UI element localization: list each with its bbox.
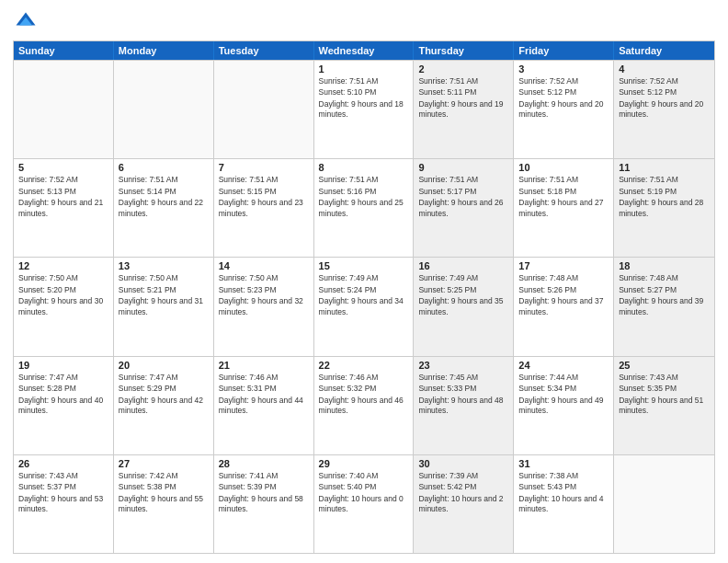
day-number: 25 <box>619 360 710 371</box>
cal-cell-0-5: 3Sunrise: 7:52 AMSunset: 5:12 PMDaylight… <box>514 61 614 158</box>
cal-cell-3-0: 19Sunrise: 7:47 AMSunset: 5:28 PMDayligh… <box>14 357 114 454</box>
cal-cell-2-0: 12Sunrise: 7:50 AMSunset: 5:20 PMDayligh… <box>14 258 114 355</box>
daylight-text: Daylight: 9 hours and 46 minutes. <box>319 396 409 417</box>
sunset-text: Sunset: 5:13 PM <box>18 187 108 197</box>
sunset-text: Sunset: 5:18 PM <box>518 187 609 197</box>
sunset-text: Sunset: 5:33 PM <box>418 384 508 394</box>
sunrise-text: Sunrise: 7:52 AM <box>518 76 609 86</box>
sunrise-text: Sunrise: 7:46 AM <box>219 373 309 383</box>
daylight-text: Daylight: 9 hours and 34 minutes. <box>319 296 409 317</box>
sunset-text: Sunset: 5:24 PM <box>319 285 409 295</box>
daylight-text: Daylight: 10 hours and 0 minutes. <box>319 494 409 515</box>
sunrise-text: Sunrise: 7:40 AM <box>319 471 409 481</box>
cal-cell-3-6: 25Sunrise: 7:43 AMSunset: 5:35 PMDayligh… <box>614 357 714 454</box>
sunrise-text: Sunrise: 7:43 AM <box>18 471 108 481</box>
sunrise-text: Sunrise: 7:47 AM <box>18 373 108 383</box>
cal-cell-0-0 <box>14 61 114 158</box>
cal-cell-3-1: 20Sunrise: 7:47 AMSunset: 5:29 PMDayligh… <box>114 357 214 454</box>
logo-icon <box>13 9 39 35</box>
day-number: 1 <box>319 63 409 75</box>
cal-cell-0-1 <box>114 61 214 158</box>
sunset-text: Sunset: 5:15 PM <box>219 187 309 197</box>
sunrise-text: Sunrise: 7:51 AM <box>518 175 609 185</box>
day-number: 15 <box>319 260 409 271</box>
day-number: 13 <box>119 260 209 271</box>
sunset-text: Sunset: 5:17 PM <box>418 187 508 197</box>
cal-cell-0-4: 2Sunrise: 7:51 AMSunset: 5:11 PMDaylight… <box>414 61 514 158</box>
daylight-text: Daylight: 9 hours and 51 minutes. <box>619 396 710 417</box>
cal-cell-4-4: 30Sunrise: 7:39 AMSunset: 5:42 PMDayligh… <box>414 455 514 553</box>
daylight-text: Daylight: 9 hours and 25 minutes. <box>319 198 409 219</box>
cal-cell-0-3: 1Sunrise: 7:51 AMSunset: 5:10 PMDaylight… <box>314 61 415 158</box>
sunset-text: Sunset: 5:28 PM <box>18 384 108 394</box>
cal-cell-3-4: 23Sunrise: 7:45 AMSunset: 5:33 PMDayligh… <box>414 357 514 454</box>
calendar: SundayMondayTuesdayWednesdayThursdayFrid… <box>13 40 715 554</box>
sunrise-text: Sunrise: 7:48 AM <box>619 273 710 283</box>
cal-cell-1-6: 11Sunrise: 7:51 AMSunset: 5:19 PMDayligh… <box>614 159 714 257</box>
sunrise-text: Sunrise: 7:51 AM <box>319 76 409 86</box>
sunset-text: Sunset: 5:19 PM <box>619 187 710 197</box>
sunset-text: Sunset: 5:16 PM <box>319 187 409 197</box>
day-number: 19 <box>18 360 108 371</box>
daylight-text: Daylight: 9 hours and 40 minutes. <box>18 396 108 417</box>
col-header-sunday: Sunday <box>14 41 114 60</box>
sunrise-text: Sunrise: 7:52 AM <box>18 175 108 185</box>
cal-row-3: 19Sunrise: 7:47 AMSunset: 5:28 PMDayligh… <box>14 356 714 454</box>
sunset-text: Sunset: 5:40 PM <box>319 482 409 492</box>
daylight-text: Daylight: 9 hours and 20 minutes. <box>619 99 710 121</box>
cal-cell-2-5: 17Sunrise: 7:48 AMSunset: 5:26 PMDayligh… <box>514 258 614 355</box>
day-number: 11 <box>619 162 710 173</box>
day-number: 12 <box>18 260 108 271</box>
day-number: 3 <box>518 63 609 75</box>
sunrise-text: Sunrise: 7:42 AM <box>119 471 209 481</box>
day-number: 20 <box>119 360 209 371</box>
cal-cell-4-5: 31Sunrise: 7:38 AMSunset: 5:43 PMDayligh… <box>514 455 614 553</box>
daylight-text: Daylight: 10 hours and 2 minutes. <box>418 494 508 515</box>
daylight-text: Daylight: 9 hours and 35 minutes. <box>418 296 508 317</box>
sunset-text: Sunset: 5:11 PM <box>418 87 508 98</box>
daylight-text: Daylight: 9 hours and 42 minutes. <box>119 396 209 417</box>
day-number: 9 <box>418 162 508 173</box>
daylight-text: Daylight: 9 hours and 48 minutes. <box>418 396 508 417</box>
sunrise-text: Sunrise: 7:48 AM <box>518 273 609 283</box>
sunset-text: Sunset: 5:35 PM <box>619 384 710 394</box>
logo <box>13 9 42 35</box>
day-number: 4 <box>619 63 710 75</box>
daylight-text: Daylight: 9 hours and 53 minutes. <box>18 494 108 515</box>
sunrise-text: Sunrise: 7:39 AM <box>418 471 508 481</box>
cal-cell-1-1: 6Sunrise: 7:51 AMSunset: 5:14 PMDaylight… <box>114 159 214 257</box>
daylight-text: Daylight: 9 hours and 39 minutes. <box>619 296 710 317</box>
sunset-text: Sunset: 5:43 PM <box>518 482 609 492</box>
calendar-body: 1Sunrise: 7:51 AMSunset: 5:10 PMDaylight… <box>14 60 714 553</box>
cal-cell-4-2: 28Sunrise: 7:41 AMSunset: 5:39 PMDayligh… <box>214 455 314 553</box>
cal-cell-1-5: 10Sunrise: 7:51 AMSunset: 5:18 PMDayligh… <box>514 159 614 257</box>
sunset-text: Sunset: 5:27 PM <box>619 285 710 295</box>
day-number: 16 <box>418 260 508 271</box>
day-number: 23 <box>418 360 508 371</box>
daylight-text: Daylight: 9 hours and 31 minutes. <box>119 296 209 317</box>
col-header-friday: Friday <box>514 41 614 60</box>
day-number: 14 <box>219 260 309 271</box>
day-number: 29 <box>319 458 409 469</box>
sunset-text: Sunset: 5:38 PM <box>119 482 209 492</box>
sunrise-text: Sunrise: 7:38 AM <box>518 471 609 481</box>
cal-cell-1-3: 8Sunrise: 7:51 AMSunset: 5:16 PMDaylight… <box>314 159 415 257</box>
cal-cell-2-3: 15Sunrise: 7:49 AMSunset: 5:24 PMDayligh… <box>314 258 415 355</box>
cal-cell-1-4: 9Sunrise: 7:51 AMSunset: 5:17 PMDaylight… <box>414 159 514 257</box>
daylight-text: Daylight: 9 hours and 26 minutes. <box>418 198 508 219</box>
sunset-text: Sunset: 5:14 PM <box>119 187 209 197</box>
daylight-text: Daylight: 9 hours and 22 minutes. <box>119 198 209 219</box>
cal-cell-0-6: 4Sunrise: 7:52 AMSunset: 5:12 PMDaylight… <box>614 61 714 158</box>
day-number: 5 <box>18 162 108 173</box>
daylight-text: Daylight: 9 hours and 32 minutes. <box>219 296 309 317</box>
header <box>13 9 715 35</box>
sunrise-text: Sunrise: 7:47 AM <box>119 373 209 383</box>
sunset-text: Sunset: 5:10 PM <box>319 87 409 98</box>
day-number: 17 <box>518 260 609 271</box>
sunset-text: Sunset: 5:34 PM <box>518 384 609 394</box>
sunrise-text: Sunrise: 7:50 AM <box>18 273 108 283</box>
calendar-header: SundayMondayTuesdayWednesdayThursdayFrid… <box>14 41 714 60</box>
cal-row-1: 5Sunrise: 7:52 AMSunset: 5:13 PMDaylight… <box>14 158 714 257</box>
sunrise-text: Sunrise: 7:51 AM <box>619 175 710 185</box>
page: SundayMondayTuesdayWednesdayThursdayFrid… <box>0 0 728 563</box>
